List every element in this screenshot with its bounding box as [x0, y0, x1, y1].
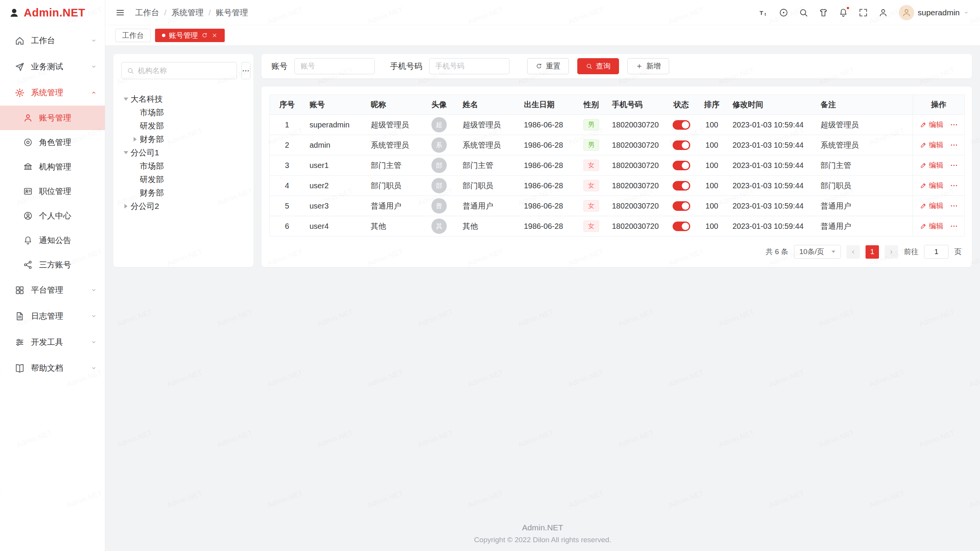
cell-phone: 18020030720 [607, 135, 666, 155]
tab-label: 账号管理 [169, 31, 198, 41]
row-more-button[interactable] [950, 222, 958, 230]
gender-badge: 女 [583, 220, 599, 231]
cell-remark: 普通用户 [815, 196, 913, 216]
org-search-field[interactable] [121, 62, 237, 79]
sidebar-item-workbench[interactable]: 工作台 [0, 28, 105, 54]
chevron-up-icon [90, 89, 97, 96]
chevron-left-icon [850, 249, 856, 255]
add-label: 新增 [646, 61, 661, 71]
edit-icon [920, 202, 927, 210]
user-menu[interactable]: superadmin [899, 5, 969, 20]
org-search-input[interactable] [138, 67, 232, 75]
bell-icon[interactable] [838, 8, 848, 18]
edit-button[interactable]: 编辑 [920, 181, 944, 191]
goto-page-input[interactable] [924, 245, 949, 259]
app-logo[interactable]: Admin.NET [0, 0, 105, 25]
chevron-down-icon [90, 313, 97, 320]
column-header-ops: 操作 [913, 95, 965, 115]
cell-name: 普通用户 [457, 196, 519, 216]
edit-button[interactable]: 编辑 [920, 201, 944, 211]
sidebar-item-log-management[interactable]: 日志管理 [0, 303, 105, 329]
status-toggle[interactable] [673, 222, 690, 231]
status-toggle[interactable] [673, 181, 690, 191]
row-more-button[interactable] [950, 202, 958, 210]
share-icon [23, 260, 33, 270]
status-toggle[interactable] [673, 161, 690, 170]
sidebar-toggle-button[interactable] [115, 8, 125, 18]
tree-node[interactable]: 分公司1 [121, 146, 245, 159]
close-icon[interactable] [211, 32, 218, 39]
page-size-select[interactable]: 10条/页 [794, 245, 841, 259]
edit-button[interactable]: 编辑 [920, 120, 944, 130]
sidebar-item-account-management[interactable]: 账号管理 [0, 106, 105, 130]
add-button[interactable]: 新增 [627, 58, 669, 74]
sidebar-item-org-management[interactable]: 机构管理 [0, 155, 105, 179]
sidebar-item-notice-announcement[interactable]: 通知公告 [0, 228, 105, 253]
org-more-button[interactable] [241, 62, 250, 79]
sidebar-item-personal-center[interactable]: 个人中心 [0, 204, 105, 228]
gender-badge: 女 [583, 160, 599, 171]
sidebar-item-position-management[interactable]: 职位管理 [0, 179, 105, 204]
tree-node[interactable]: 大名科技 [121, 92, 245, 106]
row-more-button[interactable] [950, 121, 958, 129]
phone-input[interactable] [429, 58, 510, 74]
theme-icon[interactable] [818, 8, 828, 18]
cell-birthday: 1986-06-28 [519, 115, 576, 135]
tree-expand-caret-icon[interactable] [121, 98, 131, 101]
account-input[interactable] [294, 58, 375, 74]
circle-dot-icon[interactable] [779, 8, 789, 18]
tree-node-label: 分公司1 [131, 147, 159, 158]
cell-birthday: 1986-06-28 [519, 135, 576, 155]
edit-button[interactable]: 编辑 [920, 160, 944, 170]
tab-workbench[interactable]: 工作台 [115, 29, 151, 42]
breadcrumb-item[interactable]: 工作台 [135, 7, 159, 18]
tree-expand-caret-icon[interactable] [121, 204, 131, 209]
status-toggle[interactable] [673, 120, 690, 130]
status-toggle[interactable] [673, 201, 690, 211]
cell-remark: 部门主管 [815, 155, 913, 176]
breadcrumb-item[interactable]: 系统管理 [172, 7, 204, 18]
tree-node[interactable]: 市场部 [121, 106, 245, 119]
sidebar-item-third-party-account[interactable]: 三方账号 [0, 253, 105, 277]
toggle-knob [682, 142, 689, 149]
search-icon[interactable] [799, 8, 808, 18]
edit-button[interactable]: 编辑 [920, 140, 944, 150]
ellipsis-icon [950, 181, 958, 190]
search-button[interactable]: 查询 [577, 58, 619, 74]
sidebar-item-label: 系统管理 [31, 87, 63, 98]
row-more-button[interactable] [950, 161, 958, 170]
status-toggle[interactable] [673, 140, 690, 150]
prev-page-button[interactable] [846, 245, 860, 259]
cell-sort: 100 [697, 176, 727, 196]
tree-node[interactable]: 分公司2 [121, 199, 245, 213]
sidebar-item-business-test[interactable]: 业务测试 [0, 54, 105, 80]
sidebar-item-platform-management[interactable]: 平台管理 [0, 277, 105, 303]
tabs-bar: 工作台账号管理 [105, 25, 980, 46]
tree-expand-caret-icon[interactable] [121, 151, 131, 154]
svg-text:t: t [764, 11, 766, 16]
sidebar-item-system-management[interactable]: 系统管理 [0, 80, 105, 106]
tab-account-management[interactable]: 账号管理 [155, 29, 225, 42]
user-icon[interactable] [878, 8, 888, 18]
next-page-button[interactable] [885, 245, 898, 259]
refresh-icon[interactable] [201, 32, 208, 39]
tree-node[interactable]: 市场部 [121, 159, 245, 173]
fullscreen-icon[interactable] [858, 8, 868, 18]
font-size-icon[interactable]: Tt [759, 8, 769, 18]
sidebar-item-role-management[interactable]: 角色管理 [0, 130, 105, 155]
tree-node[interactable]: 研发部 [121, 119, 245, 132]
sidebar-item-dev-tools[interactable]: 开发工具 [0, 329, 105, 355]
row-more-button[interactable] [950, 181, 958, 190]
sidebar-item-help-docs[interactable]: 帮助文档 [0, 355, 105, 381]
current-page-button[interactable]: 1 [866, 245, 879, 259]
tree-node[interactable]: 财务部 [121, 132, 245, 146]
tree-node[interactable]: 研发部 [121, 173, 245, 186]
edit-button[interactable]: 编辑 [920, 221, 944, 231]
cell-modified: 2023-01-03 10:59:44 [727, 135, 815, 155]
cell-name: 其他 [457, 216, 519, 236]
reset-button[interactable]: 重置 [527, 58, 569, 74]
tree-expand-caret-icon[interactable] [131, 137, 140, 142]
tree-node[interactable]: 财务部 [121, 186, 245, 199]
row-more-button[interactable] [950, 141, 958, 149]
breadcrumb-item[interactable]: 账号管理 [216, 7, 248, 18]
